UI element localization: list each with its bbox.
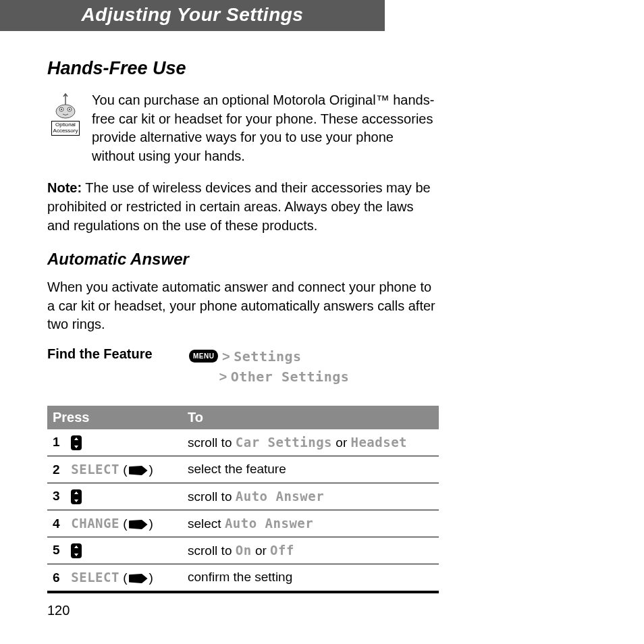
to-cell: scroll to Auto Answer: [182, 483, 439, 510]
soft-key-icon: [129, 574, 148, 583]
press-cell: 2 SELECT (): [47, 456, 182, 483]
svg-point-3: [61, 109, 62, 110]
hands-free-note: Note: The use of wireless devices and th…: [47, 179, 439, 235]
press-cell: 6 SELECT (): [47, 564, 182, 591]
scroll-key-icon: [71, 543, 82, 558]
accessory-label: Optional Accessory: [51, 121, 80, 136]
step-number: 6: [53, 570, 68, 585]
softkey-label: CHANGE: [71, 516, 119, 531]
ui-term: On: [236, 543, 252, 558]
auto-answer-intro: When you activate automatic answer and c…: [47, 278, 439, 334]
path-settings: Settings: [234, 348, 301, 365]
step-number: 3: [53, 489, 68, 504]
table-row: 6 SELECT ()confirm the setting: [47, 564, 439, 591]
to-cell: scroll to On or Off: [182, 537, 439, 564]
softkey-label: SELECT: [71, 462, 119, 477]
scroll-key-icon: [71, 489, 82, 504]
hands-free-intro-block: Optional Accessory You can purchase an o…: [47, 91, 439, 165]
table-row: 1 scroll to Car Settings or Headset: [47, 429, 439, 456]
subsection-auto-answer: Automatic Answer: [47, 250, 439, 269]
note-label: Note:: [47, 180, 82, 195]
find-the-feature: Find the Feature MENU > Settings > Other…: [47, 346, 439, 387]
table-row: 3 scroll to Auto Answer: [47, 483, 439, 510]
chapter-header: Adjusting Your Settings: [0, 0, 385, 31]
step-number: 2: [53, 462, 68, 477]
chapter-title: Adjusting Your Settings: [82, 4, 304, 25]
press-cell: 3: [47, 483, 182, 510]
step-number: 5: [53, 543, 68, 558]
ui-term: Auto Answer: [225, 516, 313, 531]
to-cell: select Auto Answer: [182, 510, 439, 537]
steps-table: Press To 1 scroll to Car Settings or Hea…: [47, 406, 439, 591]
svg-point-0: [56, 105, 75, 118]
table-header-row: Press To: [47, 406, 439, 429]
find-feature-path: MENU > Settings > Other Settings: [189, 346, 349, 387]
soft-key-icon: [129, 520, 148, 529]
ui-term: Auto Answer: [236, 489, 324, 504]
page-content: Hands-Free Use Optional Accessory You ca…: [0, 31, 486, 593]
optional-accessory-icon: Optional Accessory: [47, 91, 84, 136]
ui-term: Car Settings: [236, 435, 332, 450]
path-sep: >: [219, 369, 230, 384]
table-row: 2 SELECT ()select the feature: [47, 456, 439, 483]
svg-point-4: [69, 109, 70, 110]
softkey-label: SELECT: [71, 570, 119, 585]
table-bottom-rule: [47, 592, 439, 593]
ui-term: Headset: [350, 435, 407, 450]
ui-term: Off: [270, 543, 294, 558]
to-cell: scroll to Car Settings or Headset: [182, 429, 439, 456]
page-number: 120: [47, 603, 70, 618]
path-other-settings: Other Settings: [231, 369, 350, 385]
find-feature-label: Find the Feature: [47, 346, 189, 362]
press-cell: 1: [47, 429, 182, 456]
step-number: 1: [53, 435, 68, 450]
path-sep: >: [222, 349, 234, 364]
press-cell: 5: [47, 537, 182, 564]
note-body: The use of wireless devices and their ac…: [47, 180, 431, 232]
col-press: Press: [47, 406, 182, 429]
to-cell: confirm the setting: [182, 564, 439, 591]
hands-free-intro-text: You can purchase an optional Motorola Or…: [92, 91, 439, 165]
press-cell: 4 CHANGE (): [47, 510, 182, 537]
scroll-key-icon: [71, 435, 82, 450]
menu-key-icon: MENU: [189, 350, 218, 363]
section-hands-free: Hands-Free Use: [47, 58, 439, 79]
soft-key-icon: [129, 466, 148, 475]
table-row: 4 CHANGE ()select Auto Answer: [47, 510, 439, 537]
to-cell: select the feature: [182, 456, 439, 483]
step-number: 4: [53, 516, 68, 531]
table-row: 5 scroll to On or Off: [47, 537, 439, 564]
col-to: To: [182, 406, 439, 429]
